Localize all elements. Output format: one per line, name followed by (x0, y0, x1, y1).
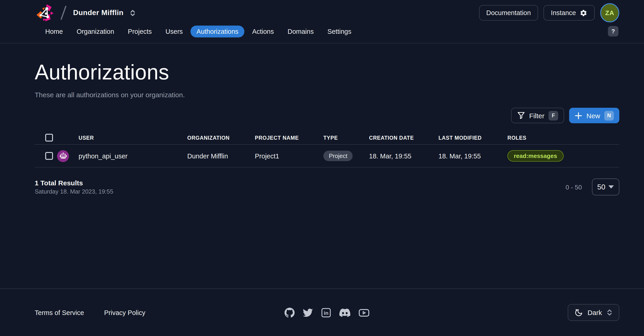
unfold-more-icon (130, 9, 136, 17)
theme-select[interactable]: Dark (568, 304, 619, 321)
app-root: Dunder Mifflin Documentation Instance ZA (0, 0, 644, 336)
page-size-value: 50 (597, 183, 606, 191)
main-content: Authorizations These are all authorizati… (0, 43, 644, 289)
documentation-label: Documentation (486, 9, 531, 16)
column-header-last-modified[interactable]: LAST MODIFIED (438, 135, 508, 140)
column-header-roles[interactable]: ROLES (508, 135, 619, 140)
tab-settings[interactable]: Settings (322, 25, 358, 37)
new-shortcut-badge: N (604, 111, 614, 120)
github-icon[interactable] (284, 308, 294, 318)
theme-label: Dark (588, 309, 602, 316)
breadcrumb-slash (58, 4, 68, 21)
tab-users[interactable]: Users (160, 25, 189, 37)
select-all-checkbox[interactable] (45, 134, 53, 142)
page-size-select[interactable]: 50 (592, 179, 619, 195)
page-footer: Terms of Service Privacy Policy in (0, 289, 644, 336)
column-header-user[interactable]: USER (78, 135, 187, 140)
youtube-icon[interactable] (358, 307, 370, 318)
new-label: New (586, 112, 600, 119)
tab-actions[interactable]: Actions (246, 25, 280, 37)
cell-creation-date: 18. Mar, 19:55 (369, 152, 438, 160)
terms-of-service-link[interactable]: Terms of Service (35, 309, 84, 316)
gear-icon (580, 9, 587, 17)
filter-button[interactable]: Filter F (511, 108, 564, 123)
moon-icon (575, 308, 583, 317)
help-button[interactable]: ? (608, 26, 618, 36)
plus-icon (574, 112, 582, 119)
tab-organization[interactable]: Organization (70, 25, 120, 37)
cell-roles: read:messages (508, 150, 619, 162)
column-header-organization[interactable]: ORGANIZATION (187, 135, 255, 140)
org-name: Dunder Mifflin (73, 9, 124, 17)
row-avatar-cell (56, 150, 78, 162)
tab-domains[interactable]: Domains (282, 25, 320, 37)
caret-down-icon (608, 185, 614, 189)
cell-project-name: Project1 (255, 152, 323, 160)
topbar-right: Documentation Instance ZA (479, 3, 619, 22)
summary-row: 1 Total Results Saturday 18. Mar 2023, 1… (35, 179, 619, 195)
footer-right: Dark (370, 304, 619, 321)
nav-tabs: Home Organization Projects Users Authori… (39, 25, 358, 37)
user-avatar[interactable]: ZA (600, 3, 619, 22)
nav-tabbar: Home Organization Projects Users Authori… (0, 25, 644, 43)
robot-icon (59, 152, 67, 160)
row-checkbox[interactable] (45, 152, 53, 160)
cell-last-modified: 18. Mar, 19:55 (438, 152, 508, 160)
svg-text:in: in (324, 310, 328, 316)
summary-left: 1 Total Results Saturday 18. Mar 2023, 1… (35, 179, 113, 195)
column-header-creation-date[interactable]: CREATION DATE (369, 135, 438, 140)
page-subtitle: These are all authorizations on your org… (35, 91, 619, 99)
instance-button[interactable]: Instance (544, 5, 595, 20)
documentation-button[interactable]: Documentation (479, 5, 538, 20)
table-row[interactable]: python_api_user Dunder Mifflin Project1 … (35, 145, 619, 168)
page-title: Authorizations (35, 60, 619, 84)
cell-organization: Dunder Mifflin (187, 152, 255, 160)
footer-links: Terms of Service Privacy Policy (35, 309, 284, 316)
cell-user: python_api_user (78, 152, 187, 160)
table-header-row: USER ORGANIZATION PROJECT NAME TYPE CREA… (35, 131, 619, 145)
pagination: 0 - 50 50 (566, 179, 619, 195)
org-switcher[interactable]: Dunder Mifflin (73, 9, 136, 17)
avatar-initials: ZA (605, 9, 614, 16)
discord-icon[interactable] (339, 307, 350, 318)
column-header-type[interactable]: TYPE (323, 135, 369, 140)
tab-projects[interactable]: Projects (122, 25, 158, 37)
results-timestamp: Saturday 18. Mar 2023, 19:55 (35, 188, 113, 195)
authorizations-table: USER ORGANIZATION PROJECT NAME TYPE CREA… (35, 131, 619, 168)
filter-shortcut-badge: F (548, 111, 558, 120)
linkedin-icon[interactable]: in (321, 308, 331, 318)
tab-home[interactable]: Home (39, 25, 69, 37)
tab-authorizations[interactable]: Authorizations (190, 25, 244, 37)
page-range: 0 - 50 (566, 183, 582, 191)
topbar: Dunder Mifflin Documentation Instance ZA (0, 0, 644, 25)
instance-label: Instance (551, 9, 576, 16)
unfold-more-icon (606, 309, 612, 316)
topbar-left: Dunder Mifflin (35, 3, 136, 22)
total-results: 1 Total Results (35, 179, 113, 187)
new-button[interactable]: New N (569, 108, 619, 123)
type-badge: Project (323, 151, 353, 161)
footer-social: in (284, 307, 370, 318)
service-user-avatar (57, 150, 69, 162)
column-header-project-name[interactable]: PROJECT NAME (255, 135, 323, 140)
role-badge: read:messages (508, 150, 564, 162)
twitter-icon[interactable] (303, 308, 313, 318)
actions-row: Filter F New N (35, 108, 619, 123)
filter-label: Filter (529, 112, 544, 119)
cell-type: Project (323, 151, 369, 161)
privacy-policy-link[interactable]: Privacy Policy (104, 309, 146, 316)
zitadel-logo-icon[interactable] (35, 3, 55, 22)
funnel-icon (517, 111, 525, 120)
